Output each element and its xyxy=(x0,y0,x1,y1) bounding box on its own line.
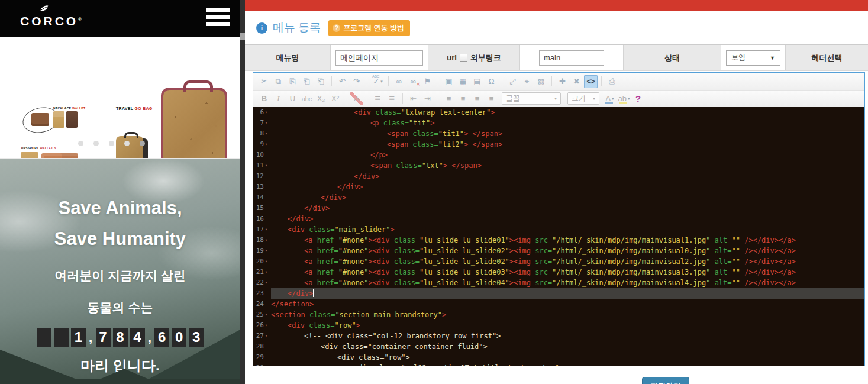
link-icon[interactable]: ∞ xyxy=(392,75,406,88)
code-line-25: 25▾<section class="section-main-brandsto… xyxy=(253,309,864,320)
toolbar-separator xyxy=(346,93,346,104)
undo-icon[interactable]: ↶ xyxy=(335,75,349,88)
size-dropdown[interactable]: 크기▾ xyxy=(567,92,599,105)
bold-button[interactable]: B xyxy=(257,92,271,105)
bg-color-button[interactable]: ab▾ xyxy=(617,92,631,105)
fold-arrow-icon[interactable]: ▾ xyxy=(265,267,269,277)
code-line-29: 29<div class="row"> xyxy=(253,352,864,363)
slider-dot[interactable] xyxy=(78,141,83,146)
hero-title-line2: Save Humanity xyxy=(0,228,240,250)
counter-digit-box: 8 xyxy=(113,328,128,347)
italic-button[interactable]: I xyxy=(272,92,285,105)
fold-arrow-icon[interactable]: ▾ xyxy=(265,128,269,139)
slider-dot[interactable] xyxy=(124,141,130,146)
brand-reg: ® xyxy=(78,17,82,22)
external-link-label: 외부링크 xyxy=(470,53,501,63)
fold-arrow-icon[interactable]: ▾ xyxy=(265,235,269,246)
pane-divider-scrollbar[interactable] xyxy=(240,0,245,384)
code-line-18: 18▾<a href="#none"><div class="lu_slide … xyxy=(253,235,864,246)
bullet-list-button[interactable]: ≣ xyxy=(385,92,399,105)
external-link-checkbox[interactable] xyxy=(460,54,467,62)
fold-arrow-icon[interactable]: ▾ xyxy=(265,139,269,150)
code-line-6: 6▾<div class="txtwrap text-center"> xyxy=(253,107,864,118)
slider-dot[interactable] xyxy=(109,141,114,146)
mini-backpack-image xyxy=(116,136,143,159)
menu-form-row: 메뉴명 url 외부링크 상태 보임 ▼ 헤더선택 xyxy=(245,44,868,71)
cut-icon[interactable]: ✂ xyxy=(257,75,271,88)
counter-digit-box: 1 xyxy=(71,328,86,347)
paste-icon[interactable]: ⎘ xyxy=(286,75,299,88)
redo-icon[interactable]: ↷ xyxy=(350,75,363,88)
fold-arrow-icon[interactable]: ▾ xyxy=(265,331,269,341)
fold-arrow-icon[interactable]: ▾ xyxy=(265,320,269,331)
fold-arrow-icon[interactable]: ▾ xyxy=(265,256,269,267)
code-line-27: 27▾<!-- <div class="col-12 brandstory_ro… xyxy=(253,331,864,341)
fold-arrow-icon[interactable]: ▾ xyxy=(265,107,269,118)
toolbar-separator xyxy=(367,93,367,104)
counter-digit-box xyxy=(37,328,51,347)
code-line-10: 10</p> xyxy=(253,150,864,160)
maximize-icon[interactable]: ⤢ xyxy=(506,75,519,88)
anchor-icon[interactable]: ⚑ xyxy=(421,75,434,88)
image-icon[interactable]: ▣ xyxy=(442,75,456,88)
table-icon[interactable]: ▦ xyxy=(456,75,470,88)
url-input[interactable] xyxy=(539,50,604,66)
align-center-button[interactable]: ≡ xyxy=(456,92,470,105)
slider-dot[interactable] xyxy=(140,141,145,146)
fold-arrow-icon[interactable]: ▾ xyxy=(265,309,269,320)
strikethrough-button[interactable]: abc xyxy=(300,92,314,105)
special-char-icon[interactable]: Ω xyxy=(485,75,498,88)
status-select[interactable]: 보임 ▼ xyxy=(726,50,780,66)
header-select-label: 헤더선택 xyxy=(785,45,868,70)
fold-arrow-icon[interactable]: ▾ xyxy=(265,160,269,171)
paste-plain-text-icon[interactable]: ⎗ xyxy=(300,75,314,88)
menu-name-input[interactable] xyxy=(335,50,423,66)
align-left-button[interactable]: ≡ xyxy=(442,92,456,105)
select-all-icon[interactable]: ▧ xyxy=(534,75,548,88)
subscript-button[interactable]: X₂ xyxy=(314,92,328,105)
print-icon[interactable]: ⎙ xyxy=(605,75,619,88)
align-right-button[interactable]: ≡ xyxy=(470,92,484,105)
suggest-add-icon[interactable]: ✚ xyxy=(556,75,569,88)
remove-format-button[interactable]: A xyxy=(350,92,363,105)
html-source-editor: ✂⧉⎘⎗⎗↶↷✓ABC▾∞∞✕⚑▣▦▤Ω⤢⌖▧✚✖<>⎙ BIUabcX₂X²A… xyxy=(253,72,865,366)
product-slider[interactable]: NECKLACE WALLET PASSPORT WALLET 3 TRAVEL… xyxy=(0,37,240,159)
wallet-image xyxy=(66,111,78,128)
wallet-image xyxy=(53,111,64,128)
numbered-list-button[interactable]: ≣ xyxy=(371,92,385,105)
copy-icon[interactable]: ⧉ xyxy=(272,75,285,88)
program-link-help-button[interactable]: ? 프로그램 연동 방법 xyxy=(328,20,410,36)
fold-arrow-icon[interactable]: ▾ xyxy=(265,118,269,128)
counter-digit-box: 7 xyxy=(96,328,111,347)
hamburger-menu-icon[interactable] xyxy=(206,8,230,26)
code-line-26: 26▾<div class="row"> xyxy=(253,320,864,331)
fold-arrow-icon[interactable]: ▾ xyxy=(265,277,269,288)
text-cursor xyxy=(313,289,314,297)
find-icon[interactable]: ⌖ xyxy=(520,75,534,88)
toolbar-separator xyxy=(402,93,403,104)
horizontal-line-icon[interactable]: ▤ xyxy=(470,75,484,88)
save-button[interactable]: 저장하기 xyxy=(642,377,689,384)
counter-digit-box xyxy=(54,328,69,347)
source-code-area[interactable]: 6▾<div class="txtwrap text-center">7▾<p … xyxy=(253,107,864,366)
leaf-icon xyxy=(37,4,51,14)
spellcheck-icon[interactable]: ✓ABC▾ xyxy=(371,75,385,88)
align-justify-button[interactable]: ≡ xyxy=(485,92,498,105)
outdent-button[interactable]: ⇤ xyxy=(406,92,420,105)
about-button[interactable]: ? xyxy=(631,92,645,105)
corco-logo[interactable]: CORCO® xyxy=(20,4,82,28)
paste-from-word-icon[interactable]: ⎗ xyxy=(314,75,328,88)
source-button[interactable]: <> xyxy=(584,75,598,88)
underline-button[interactable]: U xyxy=(286,92,299,105)
brand-name: CORCO xyxy=(20,14,78,28)
font-dropdown[interactable]: 글꼴▾ xyxy=(502,92,561,105)
fold-arrow-icon[interactable]: ▾ xyxy=(265,246,269,256)
fold-arrow-icon[interactable]: ▾ xyxy=(265,224,269,235)
suggest-remove-icon[interactable]: ✖ xyxy=(570,75,583,88)
indent-button[interactable]: ⇥ xyxy=(421,92,434,105)
unlink-icon[interactable]: ∞✕ xyxy=(406,75,420,88)
screen: CORCO® NECKLACE WALLET PASSPORT WALLET 3… xyxy=(0,0,868,384)
text-color-button[interactable]: A▾ xyxy=(603,92,617,105)
slider-dot[interactable] xyxy=(93,141,99,146)
superscript-button[interactable]: X² xyxy=(328,92,342,105)
